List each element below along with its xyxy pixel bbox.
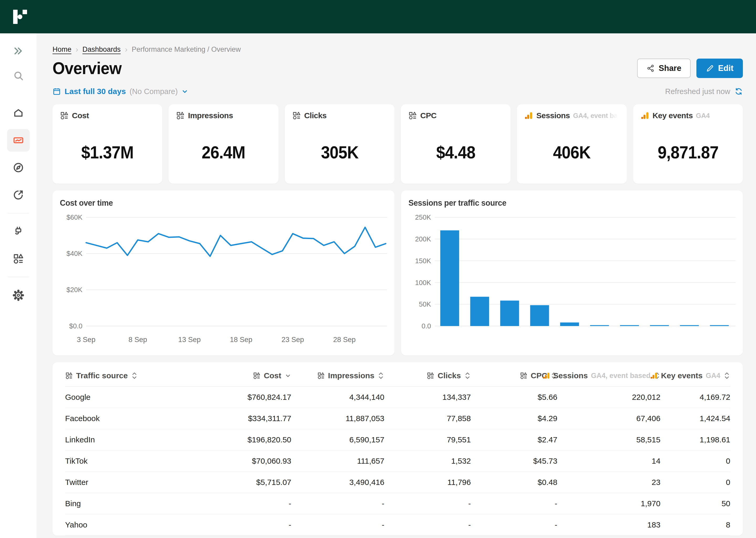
sidebar-item-connectors[interactable] bbox=[7, 220, 30, 243]
kpi-value: 305K bbox=[295, 120, 384, 177]
traffic-source-cell: Twitter bbox=[65, 472, 205, 493]
sort-icon[interactable] bbox=[131, 372, 138, 380]
custom-metric-shapes-icon bbox=[60, 111, 69, 120]
bar bbox=[620, 325, 639, 326]
table-row-yahoo: Yahoo----1838 bbox=[65, 514, 730, 536]
value-cell: $5.66 bbox=[471, 387, 557, 408]
kpi-label: Clicks bbox=[304, 111, 327, 120]
svg-text:0.0: 0.0 bbox=[421, 322, 431, 330]
edit-button-label: Edit bbox=[718, 64, 733, 73]
kpi-value: $1.37M bbox=[63, 120, 152, 177]
table-row-tiktok: TikTok$70,060.93111,6571,532$45.73140 bbox=[65, 451, 730, 472]
kpi-label: Key events bbox=[653, 111, 693, 120]
bar bbox=[440, 230, 459, 326]
column-header-clicks[interactable]: Clicks bbox=[384, 364, 471, 387]
value-cell: - bbox=[471, 493, 557, 514]
sidebar-item-settings[interactable] bbox=[7, 284, 30, 306]
value-cell: 77,858 bbox=[384, 408, 471, 429]
kpi-source: GA4, event bas bbox=[573, 112, 618, 120]
refresh-icon[interactable] bbox=[734, 87, 743, 96]
custom-metric-shapes-icon bbox=[408, 111, 417, 120]
column-source: GA4 bbox=[706, 372, 720, 380]
column-header-key-events[interactable]: Key eventsGA4 bbox=[660, 364, 730, 387]
google-analytics-icon bbox=[640, 111, 649, 120]
value-cell: 11,796 bbox=[384, 472, 471, 493]
svg-text:150K: 150K bbox=[415, 257, 431, 265]
kpi-value: 26.4M bbox=[179, 120, 268, 177]
column-header-traffic-source[interactable]: Traffic source bbox=[65, 364, 205, 387]
compare-label: (No Compare) bbox=[129, 87, 178, 96]
sessions-per-source-widget: Sessions per traffic source 0.050K100K15… bbox=[401, 190, 743, 355]
sidebar-item-home[interactable] bbox=[7, 102, 30, 124]
traffic-source-cell: LinkedIn bbox=[65, 429, 205, 451]
value-cell: - bbox=[384, 493, 471, 514]
calendar-icon bbox=[53, 87, 61, 96]
google-analytics-icon bbox=[524, 111, 533, 120]
table-row-twitter: Twitter$5,715.073,490,41611,796$0.48230 bbox=[65, 472, 730, 493]
breadcrumb-current: Performance Marketing / Overview bbox=[132, 45, 241, 54]
traffic-source-table-widget: Traffic sourceCostImpressionsClicksCPCSe… bbox=[53, 362, 743, 536]
sidebar-expand-button[interactable] bbox=[7, 40, 30, 62]
funnel-logo-icon[interactable] bbox=[13, 10, 28, 24]
bar bbox=[680, 325, 699, 326]
date-range-label: Last full 30 days bbox=[65, 87, 126, 96]
table-row-bing: Bing----1,97050 bbox=[65, 493, 730, 514]
share-icon bbox=[646, 64, 655, 73]
column-label: Impressions bbox=[328, 371, 375, 380]
sort-icon[interactable] bbox=[724, 372, 730, 380]
bar bbox=[500, 300, 519, 326]
edit-button[interactable]: Edit bbox=[696, 59, 743, 78]
sidebar-item-dashboards[interactable] bbox=[7, 129, 30, 152]
column-header-cost[interactable]: Cost bbox=[205, 364, 291, 387]
sidebar-item-share-export[interactable] bbox=[7, 184, 30, 206]
value-cell: - bbox=[205, 493, 291, 514]
sort-icon[interactable] bbox=[377, 372, 384, 380]
traffic-source-cell: TikTok bbox=[65, 451, 205, 472]
sidebar-search-button[interactable] bbox=[7, 64, 30, 87]
cost-over-time-chart: $0.0$20K$40K$60K3 Sep8 Sep13 Sep18 Sep23… bbox=[60, 209, 387, 352]
value-cell: 111,657 bbox=[291, 451, 385, 472]
bar bbox=[650, 325, 669, 326]
topbar bbox=[0, 0, 756, 33]
sidebar-item-fields[interactable] bbox=[7, 247, 30, 270]
value-cell: $5,715.07 bbox=[205, 472, 291, 493]
value-cell: 23 bbox=[557, 472, 660, 493]
column-label: Cost bbox=[264, 371, 281, 380]
svg-text:3 Sep: 3 Sep bbox=[77, 336, 96, 344]
kpi-value: 406K bbox=[528, 120, 616, 177]
pencil-icon bbox=[706, 64, 714, 73]
refreshed-label: Refreshed just now bbox=[665, 87, 730, 96]
sort-icon[interactable] bbox=[464, 372, 471, 380]
svg-text:28 Sep: 28 Sep bbox=[333, 336, 356, 344]
share-button[interactable]: Share bbox=[637, 59, 691, 78]
bar bbox=[470, 297, 489, 326]
kpi-card-cpc: CPC$4.48 bbox=[401, 104, 510, 184]
custom-metric-shapes-icon bbox=[427, 372, 435, 380]
breadcrumb-dashboards-link[interactable]: Dashboards bbox=[82, 45, 121, 54]
value-cell: $0.48 bbox=[471, 472, 557, 493]
sidebar-divider bbox=[8, 213, 29, 213]
breadcrumb-home-link[interactable]: Home bbox=[53, 45, 71, 54]
kpi-value: $4.48 bbox=[412, 120, 500, 177]
kpi-label: CPC bbox=[420, 111, 437, 120]
sort-desc-icon[interactable] bbox=[285, 372, 291, 380]
bar bbox=[560, 323, 579, 326]
column-label: Key events bbox=[661, 371, 702, 380]
column-header-sessions[interactable]: SessionsGA4, event based bbox=[557, 364, 660, 387]
value-cell: 8 bbox=[660, 514, 730, 536]
kpi-value: 9,871.87 bbox=[644, 120, 732, 177]
sidebar-item-explore[interactable] bbox=[7, 156, 30, 179]
kpi-card-key-events: Key eventsGA49,871.87 bbox=[633, 104, 743, 184]
kpi-card-cost: Cost$1.37M bbox=[53, 104, 162, 184]
refresh-status: Refreshed just now bbox=[665, 87, 743, 96]
traffic-source-cell: Facebook bbox=[65, 408, 205, 429]
custom-metric-shapes-icon bbox=[317, 372, 325, 380]
column-header-impressions[interactable]: Impressions bbox=[291, 364, 385, 387]
custom-metric-shapes-icon bbox=[65, 372, 73, 380]
share-button-label: Share bbox=[659, 64, 681, 73]
date-range-selector[interactable]: Last full 30 days (No Compare) bbox=[53, 87, 188, 96]
svg-text:$20K: $20K bbox=[67, 286, 82, 294]
value-cell: 14 bbox=[557, 451, 660, 472]
value-cell: $45.73 bbox=[471, 451, 557, 472]
column-label: Sessions bbox=[553, 371, 588, 380]
